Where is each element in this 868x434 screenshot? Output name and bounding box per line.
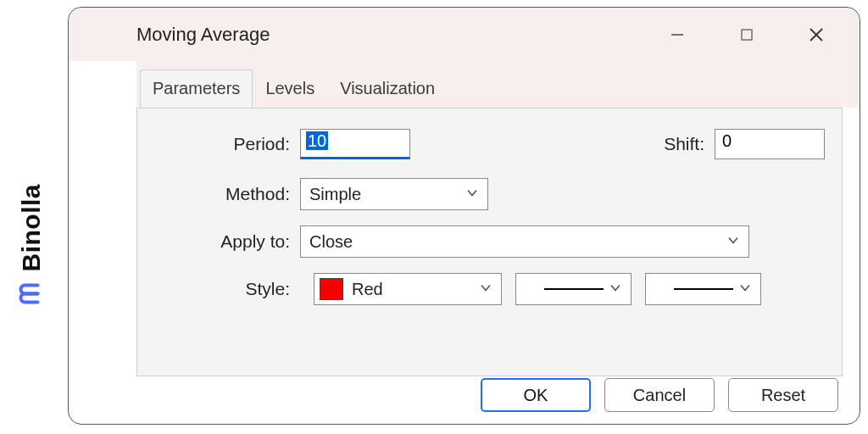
period-input[interactable]: 10 bbox=[300, 129, 410, 159]
cancel-button[interactable]: Cancel bbox=[604, 378, 715, 412]
apply-to-label: Apply to: bbox=[137, 231, 300, 252]
chevron-down-icon bbox=[609, 280, 622, 299]
shift-label: Shift: bbox=[664, 134, 704, 154]
method-select[interactable]: Simple bbox=[300, 178, 488, 210]
line-sample-icon bbox=[544, 288, 604, 290]
svg-rect-1 bbox=[742, 30, 752, 40]
period-label: Period: bbox=[137, 134, 300, 154]
tab-levels[interactable]: Levels bbox=[253, 70, 327, 108]
minimize-button[interactable] bbox=[643, 8, 712, 61]
chevron-down-icon bbox=[479, 280, 492, 299]
shift-input[interactable]: 0 bbox=[715, 129, 825, 159]
brand-icon bbox=[15, 281, 47, 308]
chevron-down-icon bbox=[465, 185, 479, 204]
chevron-down-icon bbox=[726, 232, 740, 252]
apply-to-select[interactable]: Close bbox=[300, 225, 749, 258]
close-button[interactable] bbox=[782, 8, 851, 61]
tab-strip: Parameters Levels Visualization bbox=[136, 61, 860, 108]
color-swatch bbox=[320, 278, 343, 300]
style-linestyle-select[interactable] bbox=[515, 273, 632, 305]
dialog-buttons: OK Cancel Reset bbox=[481, 378, 838, 412]
brand-name: Binolla bbox=[16, 184, 45, 272]
tab-parameters[interactable]: Parameters bbox=[140, 70, 253, 108]
ok-button[interactable]: OK bbox=[481, 378, 591, 412]
titlebar: Moving Average bbox=[69, 8, 860, 61]
style-color-select[interactable]: Red bbox=[314, 273, 502, 305]
moving-average-dialog: Moving Average Parameters Le bbox=[68, 7, 860, 425]
dialog-title: Moving Average bbox=[136, 24, 270, 46]
style-label: Style: bbox=[137, 279, 300, 299]
brand-logo: Binolla bbox=[15, 138, 47, 308]
chevron-down-icon bbox=[738, 280, 752, 299]
method-label: Method: bbox=[137, 184, 300, 204]
style-linewidth-select[interactable] bbox=[645, 273, 761, 305]
tab-visualization[interactable]: Visualization bbox=[327, 70, 448, 108]
maximize-button[interactable] bbox=[712, 8, 782, 61]
parameters-panel: Period: 10 Shift: 0 Method: Simple bbox=[136, 108, 843, 376]
line-sample-icon bbox=[674, 288, 733, 290]
reset-button[interactable]: Reset bbox=[728, 378, 838, 412]
